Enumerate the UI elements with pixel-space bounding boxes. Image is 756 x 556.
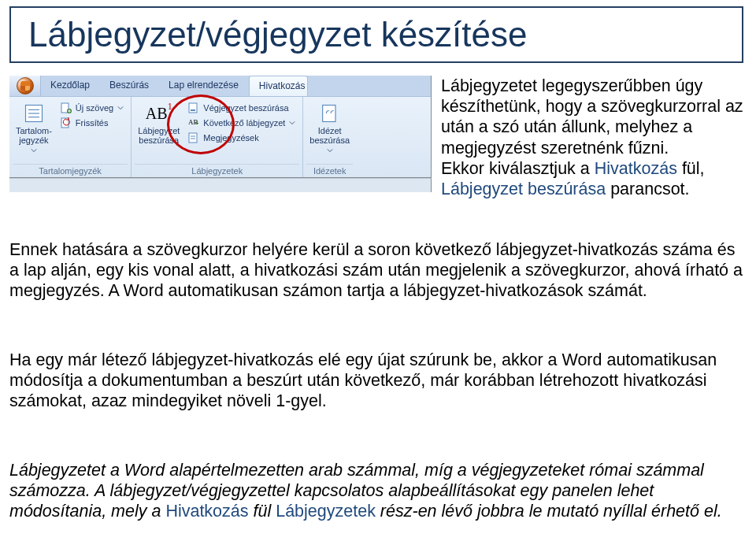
intro-line2-post: parancsot. bbox=[606, 180, 689, 198]
svg-rect-13 bbox=[322, 106, 335, 122]
paragraph-2: Ha egy már létező lábjegyzet-hivatkozás … bbox=[9, 350, 745, 412]
show-notes-label: Megjegyzések bbox=[203, 133, 258, 143]
footnote-ab-icon: AB1 bbox=[148, 102, 170, 124]
svg-rect-10 bbox=[189, 133, 197, 143]
ruler bbox=[9, 178, 432, 192]
group-idezetek: Idézet beszúrása Idézetek bbox=[303, 97, 356, 177]
chevron-down-icon bbox=[326, 146, 334, 154]
intro-line1: Lábjegyzetet legegyszerűbben úgy készíth… bbox=[441, 76, 743, 158]
ribbon-body: Tartalom- jegyzék Új szöveg Frissítés bbox=[9, 96, 431, 177]
intro-paragraph: Lábjegyzetet legegyszerűbben úgy készíth… bbox=[441, 76, 745, 199]
add-text-label: Új szöveg bbox=[76, 103, 113, 113]
next-footnote-button[interactable]: AB Következő lábjegyzet bbox=[186, 116, 298, 130]
update-toc-button[interactable]: Frissítés bbox=[58, 116, 126, 130]
ribbon-tabbar: Kezdőlap Beszúrás Lap elrendezése Hivatk… bbox=[9, 76, 431, 96]
group-tartalomjegyzek: Tartalom- jegyzék Új szöveg Frissítés bbox=[9, 97, 132, 177]
office-button[interactable] bbox=[9, 76, 41, 96]
group-labjegyzetek: AB1 Lábjegyzet beszúrása Végjegyzet besz… bbox=[132, 97, 303, 177]
show-notes-icon bbox=[187, 132, 200, 144]
insert-citation-label: Idézet beszúrása bbox=[309, 126, 350, 145]
refresh-icon bbox=[60, 117, 72, 129]
word-ribbon-screenshot: Kezdőlap Beszúrás Lap elrendezése Hivatk… bbox=[9, 76, 432, 178]
toc-button-label: Tartalom- jegyzék bbox=[16, 126, 52, 145]
toc-icon bbox=[23, 102, 45, 124]
tab-hivatkozas[interactable]: Hivatkozás bbox=[249, 76, 308, 96]
intro-line2-pre: Ekkor kiválasztjuk a bbox=[441, 159, 595, 178]
next-footnote-label: Következő lábjegyzet bbox=[203, 118, 285, 128]
insert-footnote-button[interactable]: AB1 Lábjegyzet beszúrása bbox=[135, 99, 183, 164]
insert-endnote-button[interactable]: Végjegyzet beszúrása bbox=[186, 101, 298, 115]
endnote-icon bbox=[187, 102, 200, 114]
title-card: Lábjegyzet/végjegyzet készítése bbox=[9, 6, 743, 63]
group-title-citations: Idézetek bbox=[306, 164, 353, 177]
tab-lap-elrendezese[interactable]: Lap elrendezése bbox=[159, 76, 249, 96]
svg-rect-7 bbox=[189, 103, 197, 113]
p3-hl-hivatkozas: Hivatkozás bbox=[165, 502, 248, 521]
group-title-footnotes: Lábjegyzetek bbox=[135, 164, 299, 177]
add-text-button[interactable]: Új szöveg bbox=[58, 101, 126, 115]
paragraph-3: Lábjegyzetet a Word alapértelmezetten ar… bbox=[9, 460, 745, 522]
intro-hl-labjegyzet: Lábjegyzet beszúrása bbox=[441, 180, 606, 198]
chevron-down-icon bbox=[30, 146, 38, 154]
intro-line2-mid: fül, bbox=[677, 159, 705, 178]
page-title: Lábjegyzet/végjegyzet készítése bbox=[28, 15, 528, 54]
p3-hl-labjegyzetek: Lábjegyzetek bbox=[276, 502, 376, 521]
insert-endnote-label: Végjegyzet beszúrása bbox=[203, 103, 288, 113]
insert-citation-button[interactable]: Idézet beszúrása bbox=[306, 99, 353, 164]
show-notes-button[interactable]: Megjegyzések bbox=[186, 131, 298, 145]
tab-beszuras[interactable]: Beszúrás bbox=[100, 76, 159, 96]
tab-kezdolap[interactable]: Kezdőlap bbox=[41, 76, 100, 96]
intro-hl-hivatkozas: Hivatkozás bbox=[595, 159, 677, 178]
toc-button[interactable]: Tartalom- jegyzék bbox=[13, 99, 55, 164]
citation-icon bbox=[319, 102, 341, 124]
p3-s2: fül bbox=[249, 502, 276, 521]
update-toc-label: Frissítés bbox=[76, 118, 109, 128]
paragraph-1: Ennek hatására a szövegkurzor helyére ke… bbox=[9, 239, 745, 302]
p3-s3: rész-en lévő jobbra le mutató nyíllal ér… bbox=[376, 502, 722, 521]
chevron-down-icon bbox=[117, 104, 124, 112]
group-title-toc: Tartalomjegyzék bbox=[13, 164, 128, 177]
add-text-icon bbox=[60, 102, 72, 114]
svg-rect-8 bbox=[191, 109, 195, 111]
insert-footnote-label: Lábjegyzet beszúrása bbox=[138, 126, 180, 145]
next-footnote-icon: AB bbox=[187, 117, 200, 129]
chevron-down-icon bbox=[288, 119, 296, 127]
office-orb-icon bbox=[17, 77, 34, 95]
